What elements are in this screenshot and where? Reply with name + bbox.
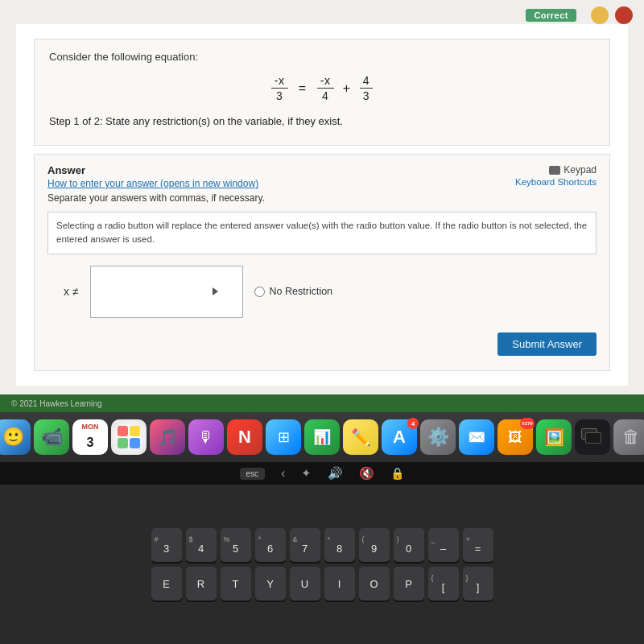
key-6[interactable]: ^6	[255, 528, 286, 562]
submit-row: Submit Answer	[47, 332, 597, 356]
answer-left: Answer How to enter your answer (opens i…	[47, 164, 258, 189]
key-3[interactable]: #3	[151, 528, 182, 562]
dock-finder[interactable]: 🙂	[0, 419, 31, 455]
key-row-2: E R T Y U I O P {[ }]	[151, 567, 493, 601]
fraction-right1: -x 4	[317, 74, 334, 102]
mail2-badge: 5279	[520, 418, 535, 429]
keyboard-shortcuts-link[interactable]: Keyboard Shortcuts	[515, 177, 597, 187]
tb-brightness: ✦	[301, 466, 312, 481]
fraction-left: -x 3	[271, 74, 288, 102]
key-minus[interactable]: _–	[428, 528, 459, 562]
key-0[interactable]: )0	[394, 528, 424, 562]
browser-area: Correct Consider the following equation:…	[0, 0, 644, 394]
input-row: x ≠ No Restriction	[47, 266, 597, 318]
dock-news[interactable]: N	[227, 419, 262, 455]
dock-mail2[interactable]: 🖼 5279	[497, 419, 533, 455]
key-t[interactable]: T	[221, 567, 251, 601]
dock-photos2[interactable]: 🖼️	[536, 419, 572, 455]
question-section: Consider the following equation: -x 3 = …	[34, 39, 610, 146]
no-restriction-label: No Restriction	[270, 286, 333, 297]
dock-numbers[interactable]: 📊	[304, 419, 340, 455]
key-9[interactable]: (9	[359, 528, 390, 562]
keypad-icon	[549, 166, 560, 175]
key-r[interactable]: R	[186, 567, 217, 601]
x-neq-label: x ≠	[64, 285, 79, 298]
dock-photos-style[interactable]	[111, 419, 147, 455]
tb-lock: 🔒	[390, 467, 404, 480]
footer-text: © 2021 Hawkes Learning	[11, 399, 101, 408]
dock-bar: 🙂 📹 MON 3 🎵 🎙 N ⊞ 📊 ✏️ A 4 ⚙️ ✉️ 🖼 5279 …	[0, 412, 644, 462]
dock-trash[interactable]: 🗑	[613, 419, 644, 455]
keyboard-area: #3 $4 %5 ^6 &7 *8 (9 )0 _– += E R T Y U …	[0, 485, 644, 644]
correct-badge: Correct	[526, 9, 576, 22]
keypad-area: Keypad Keyboard Shortcuts	[515, 164, 597, 187]
radio-info-text: Selecting a radio button will replace th…	[47, 212, 597, 254]
cursor-indicator	[213, 287, 218, 295]
answer-input-box[interactable]	[90, 266, 243, 318]
dock-appstore[interactable]: A 4	[382, 419, 417, 455]
key-i[interactable]: I	[324, 567, 355, 601]
touchbar-area: esc ‹ ✦ 🔊 🔇 🔒	[0, 462, 644, 485]
key-rbracket[interactable]: }]	[463, 567, 493, 601]
dock-facetime[interactable]: 📹	[34, 419, 69, 455]
appstore-badge: 4	[407, 418, 419, 429]
eq-sign: =	[299, 81, 307, 96]
tb-volume[interactable]: 🔊	[328, 466, 343, 481]
dock-settings[interactable]: ⚙️	[420, 419, 456, 455]
tb-back[interactable]: ‹	[281, 466, 285, 481]
dock-calendar[interactable]: MON 3	[72, 419, 108, 455]
no-restriction-option[interactable]: No Restriction	[254, 286, 333, 297]
keypad-button[interactable]: Keypad	[549, 164, 597, 175]
hawkes-footer: © 2021 Hawkes Learning	[0, 394, 644, 412]
step-text: Step 1 of 2: State any restriction(s) on…	[49, 115, 595, 127]
answer-header: Answer How to enter your answer (opens i…	[47, 164, 597, 189]
dock-multi[interactable]	[575, 419, 610, 455]
plus-sign: +	[343, 81, 351, 96]
key-8[interactable]: *8	[324, 528, 355, 562]
tb-mute[interactable]: 🔇	[359, 466, 374, 481]
content-wrapper: Consider the following equation: -x 3 = …	[16, 24, 628, 386]
dock-music[interactable]: 🎵	[150, 419, 185, 455]
submit-button[interactable]: Submit Answer	[497, 332, 597, 356]
key-4[interactable]: $4	[186, 528, 217, 562]
key-row-1: #3 $4 %5 ^6 &7 *8 (9 )0 _– +=	[151, 528, 493, 562]
key-equals[interactable]: +=	[463, 528, 493, 562]
key-e[interactable]: E	[151, 567, 182, 601]
answer-section: Answer How to enter your answer (opens i…	[34, 154, 610, 371]
key-u[interactable]: U	[290, 567, 320, 601]
score-circle-yellow	[591, 6, 609, 24]
dock-notes[interactable]: ✏️	[343, 419, 378, 455]
dock-finder2[interactable]: ⊞	[266, 419, 301, 455]
key-lbracket[interactable]: {[	[428, 567, 459, 601]
key-p[interactable]: P	[394, 567, 424, 601]
key-7[interactable]: &7	[290, 528, 320, 562]
answer-link[interactable]: How to enter your answer (opens in new w…	[47, 178, 258, 189]
consider-text: Consider the following equation:	[49, 51, 595, 63]
separate-text: Separate your answers with commas, if ne…	[47, 192, 597, 204]
key-y[interactable]: Y	[255, 567, 286, 601]
equation-display: -x 3 = -x 4 + 4 3	[49, 74, 595, 102]
dock-podcasts[interactable]: 🎙	[188, 419, 224, 455]
key-o[interactable]: O	[359, 567, 390, 601]
fraction-right2: 4 3	[360, 74, 373, 102]
key-5[interactable]: %5	[221, 528, 251, 562]
dock-mail[interactable]: ✉️	[459, 419, 494, 455]
no-restriction-radio[interactable]	[254, 287, 265, 297]
answer-label: Answer	[47, 164, 258, 176]
score-circle-red	[615, 6, 633, 24]
tb-esc[interactable]: esc	[240, 468, 266, 480]
